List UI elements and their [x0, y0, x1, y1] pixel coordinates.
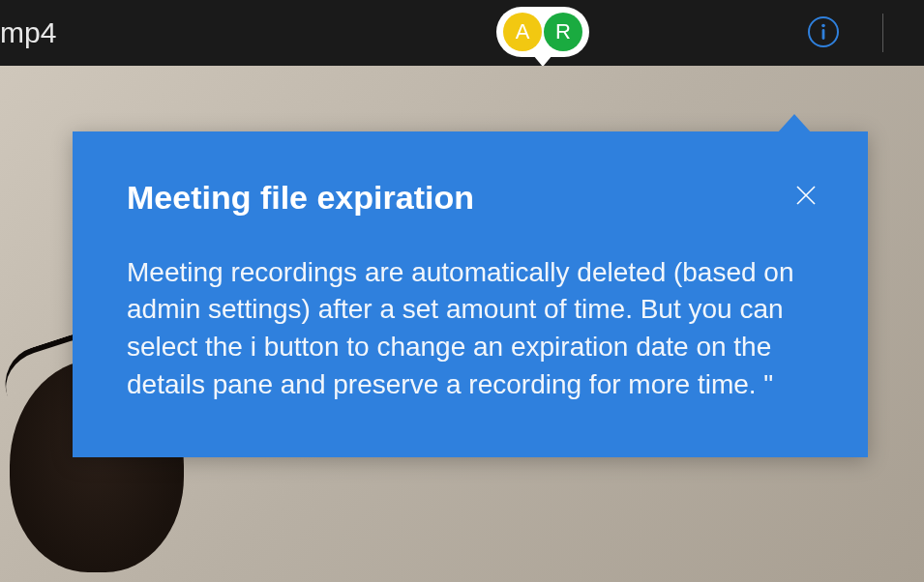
- avatar[interactable]: R: [544, 13, 582, 51]
- callout-body-text: Meeting recordings are automatically del…: [127, 254, 814, 404]
- svg-rect-2: [822, 29, 825, 40]
- app-viewport: mp4 A R Meeting file expiration: [0, 0, 924, 582]
- svg-point-1: [821, 24, 825, 28]
- close-icon: [794, 184, 818, 207]
- callout-beak: [777, 114, 812, 133]
- callout-title: Meeting file expiration: [127, 178, 474, 218]
- info-callout: Meeting file expiration Meeting recordin…: [73, 131, 868, 457]
- callout-close-button[interactable]: [792, 182, 820, 209]
- info-button[interactable]: [805, 14, 842, 50]
- info-icon: [807, 15, 840, 48]
- video-content-area: Meeting file expiration Meeting recordin…: [0, 66, 924, 582]
- toolbar-divider: [882, 14, 883, 52]
- avatar[interactable]: A: [503, 13, 542, 51]
- file-title-fragment: mp4: [0, 16, 56, 49]
- top-bar: mp4 A R: [0, 0, 924, 66]
- presence-pill[interactable]: A R: [496, 7, 589, 57]
